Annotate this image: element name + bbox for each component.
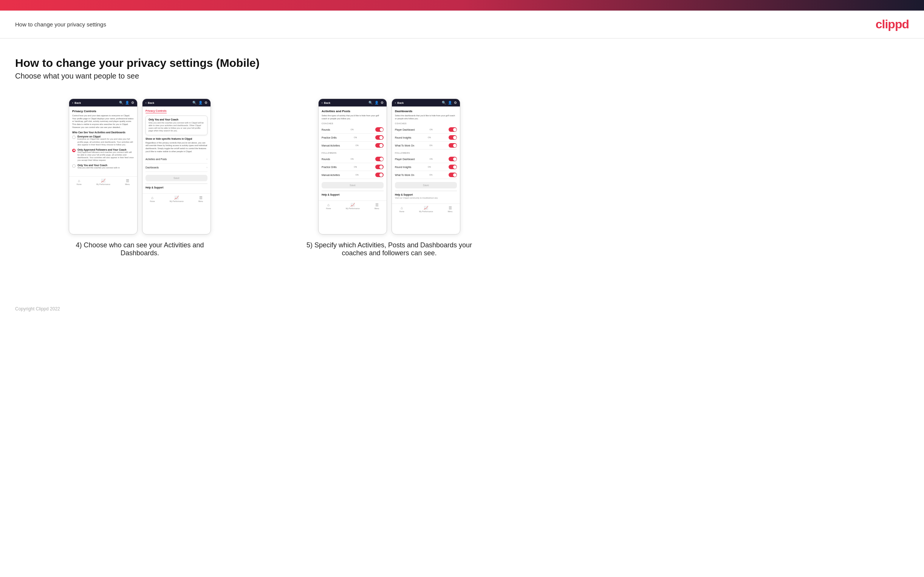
toggle-followers-what-to-work: What To Work On ON <box>395 171 457 179</box>
settings-icon-4[interactable]: ⚙ <box>454 101 457 105</box>
home-icon-2: ⌂ <box>151 196 153 200</box>
chart-icon-3: 📈 <box>351 203 355 207</box>
screenshot-group-2: ‹ Back 🔍 👤 ⚙ Activities and Posts Select… <box>265 98 514 257</box>
back-chevron-icon-3: ‹ <box>321 102 322 104</box>
settings-icon-2[interactable]: ⚙ <box>204 101 207 105</box>
toggle-coaches-rounds-switch[interactable] <box>375 127 384 132</box>
radio-circle-2-selected[interactable] <box>72 149 76 152</box>
coaches-label-4: COACHES <box>395 122 457 125</box>
nav-home-3[interactable]: ⌂ Home <box>326 203 331 210</box>
chevron-right-icon-2: › <box>206 166 207 169</box>
back-chevron-icon-4: ‹ <box>395 102 396 104</box>
nav-menu-2[interactable]: ☰ Menu <box>199 196 203 202</box>
toggle-followers-rounds: Rounds ON <box>321 155 384 163</box>
settings-icon[interactable]: ⚙ <box>131 101 134 105</box>
radio-option-3-text: Only You and Your Coach Only you and the… <box>78 164 120 169</box>
radio-option-1[interactable]: Everyone on Clippd Everyone on Clippd ca… <box>72 135 134 146</box>
nav-home-4[interactable]: ⌂ Home <box>399 206 404 213</box>
screenshot-pair-1: ‹ Back 🔍 👤 ⚙ Privacy Controls Control ho… <box>69 98 211 234</box>
screenshot-group-1: ‹ Back 🔍 👤 ⚙ Privacy Controls Control ho… <box>15 98 265 257</box>
person-icon-4[interactable]: 👤 <box>448 101 452 105</box>
topbar-icons-1: 🔍 👤 ⚙ <box>119 101 134 105</box>
search-icon-3[interactable]: 🔍 <box>368 101 373 105</box>
toggle-coaches-player-dash: Player Dashboard ON <box>395 126 457 134</box>
help-text-4: Visit our Clippd community to troublesho… <box>395 197 457 199</box>
nav-performance-2[interactable]: 📈 My Performance <box>170 196 184 202</box>
phone-content-4: Dashboards Select the dashboards that yo… <box>392 106 460 202</box>
search-icon[interactable]: 🔍 <box>119 101 123 105</box>
toggle-followers-player-dash-switch[interactable] <box>449 157 457 161</box>
menu-icon-3: ☰ <box>375 203 379 207</box>
toggle-coaches-manual-switch[interactable] <box>375 143 384 148</box>
toggle-coaches-practice-switch[interactable] <box>375 135 384 140</box>
back-button-2[interactable]: ‹ Back <box>145 102 154 104</box>
person-icon-3[interactable]: 👤 <box>375 101 379 105</box>
menu-icon-4: ☰ <box>449 206 452 210</box>
radio-circle-1[interactable] <box>72 135 76 139</box>
search-icon-4[interactable]: 🔍 <box>442 101 446 105</box>
screenshots-row: ‹ Back 🔍 👤 ⚙ Privacy Controls Control ho… <box>15 98 514 257</box>
home-icon: ⌂ <box>78 179 80 183</box>
person-icon-2[interactable]: 👤 <box>199 101 203 105</box>
nav-menu-3[interactable]: ☰ Menu <box>375 203 380 210</box>
logo: clippd <box>876 18 909 31</box>
toggle-followers-manual-switch[interactable] <box>375 172 384 177</box>
nav-menu-4[interactable]: ☰ Menu <box>448 206 453 213</box>
menu-dashboards[interactable]: Dashboards › <box>145 163 207 172</box>
save-button-3[interactable]: Save <box>321 182 384 189</box>
page-subheading: Choose what you want people to see <box>15 72 514 81</box>
nav-performance-3[interactable]: 📈 My Performance <box>346 203 360 210</box>
radio-option-1-text: Everyone on Clippd Everyone on Clippd ca… <box>78 135 134 146</box>
screenshot-pair-2: ‹ Back 🔍 👤 ⚙ Activities and Posts Select… <box>318 98 460 234</box>
phone-screen-3: ‹ Back 🔍 👤 ⚙ Activities and Posts Select… <box>318 98 387 234</box>
menu-icon: ☰ <box>126 179 129 183</box>
home-icon-3: ⌂ <box>327 203 330 207</box>
nav-home-1[interactable]: ⌂ Home <box>77 179 82 185</box>
phone-topbar-2: ‹ Back 🔍 👤 ⚙ <box>142 99 210 106</box>
search-icon-2[interactable]: 🔍 <box>192 101 197 105</box>
nav-performance-4[interactable]: 📈 My Performance <box>419 206 433 213</box>
menu-activities-posts[interactable]: Activities and Posts › <box>145 155 207 163</box>
toggle-followers-round-insights: Round Insights ON <box>395 163 457 171</box>
toggle-followers-what-to-work-switch[interactable] <box>449 172 457 177</box>
phone-topbar-3: ‹ Back 🔍 👤 ⚙ <box>318 99 387 106</box>
main-content: How to change your privacy settings (Mob… <box>0 39 529 295</box>
settings-icon-3[interactable]: ⚙ <box>381 101 384 105</box>
tooltip-bubble: Only You and Your Coach Only you and the… <box>145 116 207 135</box>
phone-screen-2: ‹ Back 🔍 👤 ⚙ Privacy Controls <box>142 98 211 234</box>
toggle-followers-rounds-switch[interactable] <box>375 157 384 161</box>
phone-topbar-1: ‹ Back 🔍 👤 ⚙ <box>69 99 137 106</box>
privacy-controls-tab[interactable]: Privacy Controls <box>145 110 166 113</box>
menu-icon-2: ☰ <box>199 196 203 200</box>
toggle-coaches-player-dash-switch[interactable] <box>449 127 457 132</box>
step-caption-5: 5) Specify which Activities, Posts and D… <box>299 241 480 257</box>
nav-performance-1[interactable]: 📈 My Performance <box>96 179 110 185</box>
radio-option-3[interactable]: Only You and Your Coach Only you and the… <box>72 164 134 169</box>
topbar-icons-4: 🔍 👤 ⚙ <box>442 101 457 105</box>
radio-circle-3[interactable] <box>72 164 76 168</box>
toggle-coaches-what-to-work-switch[interactable] <box>449 143 457 148</box>
phone-content-3: Activities and Posts Select the types of… <box>318 106 387 199</box>
back-button-1[interactable]: ‹ Back <box>72 102 81 104</box>
toggle-followers-round-insights-switch[interactable] <box>449 164 457 169</box>
chevron-right-icon: › <box>206 158 207 161</box>
header-title: How to change your privacy settings <box>15 21 106 27</box>
nav-menu-1[interactable]: ☰ Menu <box>125 179 130 185</box>
nav-home-2[interactable]: ⌂ Home <box>150 196 155 202</box>
back-button-3[interactable]: ‹ Back <box>321 102 330 104</box>
toggle-coaches-round-insights-switch[interactable] <box>449 135 457 140</box>
phone-screen-1: ‹ Back 🔍 👤 ⚙ Privacy Controls Control ho… <box>69 98 137 234</box>
divider-2 <box>145 184 207 184</box>
chart-icon: 📈 <box>101 179 105 183</box>
divider-4 <box>395 191 457 191</box>
person-icon[interactable]: 👤 <box>125 101 129 105</box>
save-button-2[interactable]: Save <box>145 175 207 181</box>
phone-bottomnav-3: ⌂ Home 📈 My Performance ☰ Menu <box>318 200 387 211</box>
back-button-4[interactable]: ‹ Back <box>395 102 404 104</box>
save-button-4[interactable]: Save <box>395 182 457 189</box>
radio-option-2[interactable]: Only Approved Followers and Your Coach O… <box>72 148 134 162</box>
toggle-followers-practice-switch[interactable] <box>375 164 384 169</box>
step-caption-4: 4) Choose who can see your Activities an… <box>64 241 215 257</box>
toggle-followers-practice: Practice Drills ON <box>321 163 384 171</box>
toggle-coaches-manual: Manual Activities ON <box>321 142 384 150</box>
